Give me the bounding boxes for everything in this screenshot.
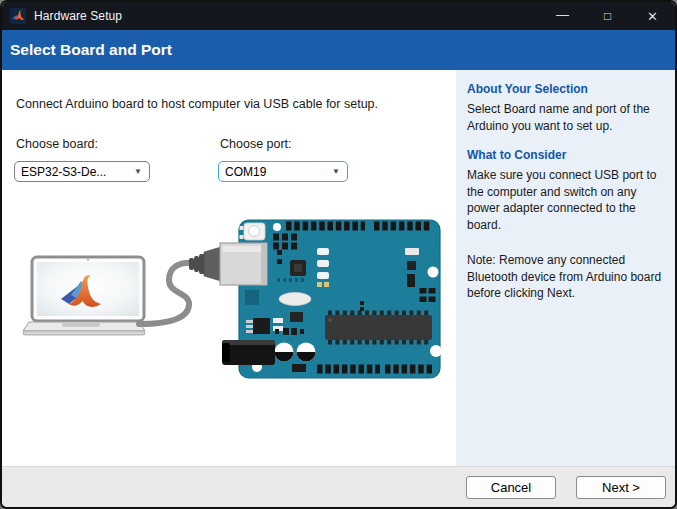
- arduino-board: [220, 220, 442, 378]
- mcu-chip: [325, 313, 432, 342]
- hardware-setup-window: Hardware Setup — □ ✕ Select Board and Po…: [0, 0, 677, 509]
- close-button[interactable]: ✕: [630, 2, 675, 30]
- sidebar-section-about: About Your Selection Select Board name a…: [467, 82, 663, 134]
- reset-button: [244, 223, 265, 240]
- chevron-down-icon: ▼: [134, 168, 142, 176]
- next-button[interactable]: Next >: [576, 476, 666, 499]
- laptop-illustration: [23, 257, 145, 335]
- power-jack: [222, 340, 275, 365]
- sidebar-note: Note: Remove any connected Bluetooth dev…: [467, 252, 663, 302]
- instruction-text: Connect Arduino board to host computer v…: [16, 97, 378, 111]
- port-dropdown-value: COM19: [225, 165, 266, 179]
- maximize-icon: □: [604, 9, 611, 23]
- title-bar: Hardware Setup — □ ✕: [2, 2, 675, 30]
- window-title: Hardware Setup: [34, 9, 122, 23]
- close-icon: ✕: [647, 9, 658, 24]
- matlab-app-icon: [10, 8, 26, 24]
- hardware-illustration: [17, 212, 452, 404]
- choose-board-label: Choose board:: [16, 137, 98, 151]
- content-area: Connect Arduino board to host computer v…: [2, 70, 675, 466]
- minimize-button[interactable]: —: [540, 2, 585, 30]
- help-sidebar: About Your Selection Select Board name a…: [456, 70, 675, 466]
- maximize-button[interactable]: □: [585, 2, 630, 30]
- main-panel: Connect Arduino board to host computer v…: [2, 70, 456, 466]
- sidebar-body: Make sure you connect USB port to the co…: [467, 167, 663, 233]
- minimize-icon: —: [556, 7, 569, 22]
- usb-plug: [189, 247, 221, 281]
- footer-bar: Cancel Next >: [2, 466, 675, 507]
- port-dropdown[interactable]: COM19 ▼: [218, 161, 348, 182]
- sidebar-heading: About Your Selection: [467, 82, 663, 96]
- usb-cable: [139, 263, 193, 324]
- cancel-button[interactable]: Cancel: [466, 476, 556, 499]
- sidebar-body: Select Board name and port of the Arduin…: [467, 101, 663, 134]
- sidebar-heading: What to Consider: [467, 148, 663, 162]
- page-title: Select Board and Port: [10, 41, 172, 59]
- window-controls: — □ ✕: [540, 2, 675, 30]
- page-header: Select Board and Port: [2, 30, 675, 70]
- chevron-down-icon: ▼: [332, 168, 340, 176]
- choose-port-label: Choose port:: [220, 137, 292, 151]
- usb-port: [220, 243, 267, 285]
- board-dropdown-value: ESP32-S3-De...: [21, 165, 106, 179]
- sidebar-section-consider: What to Consider Make sure you connect U…: [467, 148, 663, 233]
- board-dropdown[interactable]: ESP32-S3-De... ▼: [14, 161, 150, 182]
